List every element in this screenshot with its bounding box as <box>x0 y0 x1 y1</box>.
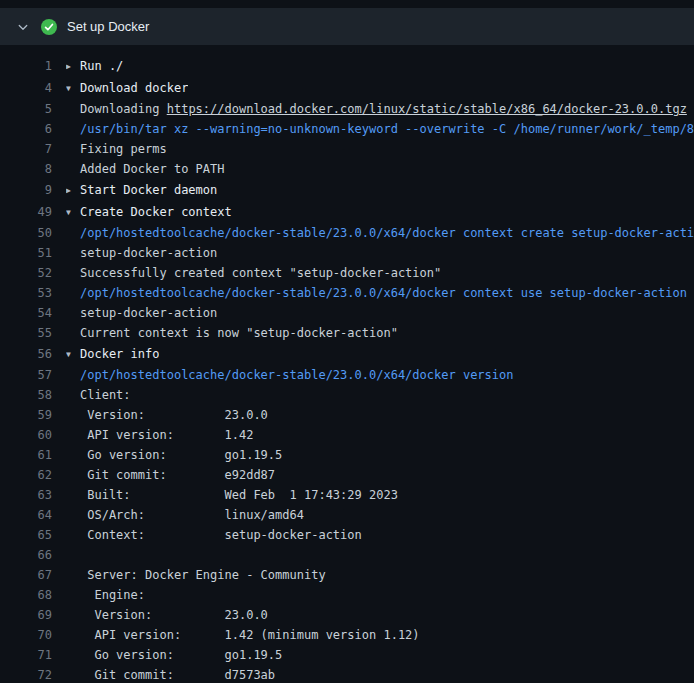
log-line: 68 Engine: <box>0 585 694 605</box>
log-group-toggle[interactable]: ▶Run ./ <box>66 59 123 73</box>
log-line: 55Current context is now "setup-docker-a… <box>0 323 694 343</box>
log-text: Context: setup-docker-action <box>66 528 362 542</box>
line-number[interactable]: 70 <box>0 628 66 642</box>
line-number[interactable]: 7 <box>0 142 66 156</box>
log-line: 58Client: <box>0 385 694 405</box>
log-line: 9▶Start Docker daemon <box>0 179 694 201</box>
log-text: Git commit: e92dd87 <box>66 468 275 482</box>
log-command-text: /usr/bin/tar xz --warning=no-unknown-key… <box>66 122 694 136</box>
log-line: 64 OS/Arch: linux/amd64 <box>0 505 694 525</box>
line-number[interactable]: 53 <box>0 286 66 300</box>
step-title: Set up Docker <box>67 19 149 34</box>
log-line: 63 Built: Wed Feb 1 17:43:29 2023 <box>0 485 694 505</box>
log-group-toggle[interactable]: ▼Create Docker context <box>66 205 232 219</box>
line-number[interactable]: 61 <box>0 448 66 462</box>
line-number[interactable]: 60 <box>0 428 66 442</box>
log-line: 67 Server: Docker Engine - Community <box>0 565 694 585</box>
log-text: API version: 1.42 <box>66 428 253 442</box>
line-number[interactable]: 71 <box>0 648 66 662</box>
line-number[interactable]: 56 <box>0 347 66 361</box>
log-text: API version: 1.42 (minimum version 1.12) <box>66 628 420 642</box>
chevron-down-icon[interactable] <box>15 19 31 35</box>
line-number[interactable]: 50 <box>0 226 66 240</box>
line-number[interactable]: 51 <box>0 246 66 260</box>
line-number[interactable]: 72 <box>0 668 66 682</box>
line-number[interactable]: 5 <box>0 102 66 116</box>
log-line: 5Downloading https://download.docker.com… <box>0 99 694 119</box>
log-command-text: /opt/hostedtoolcache/docker-stable/23.0.… <box>66 226 694 240</box>
line-number[interactable]: 6 <box>0 122 66 136</box>
line-number[interactable]: 8 <box>0 162 66 176</box>
log-group-toggle[interactable]: ▶Start Docker daemon <box>66 183 217 197</box>
triangle-down-icon[interactable]: ▼ <box>66 350 80 359</box>
log-line: 8Added Docker to PATH <box>0 159 694 179</box>
log-line: 51setup-docker-action <box>0 243 694 263</box>
log-text: Fixing perms <box>66 142 167 156</box>
triangle-down-icon[interactable]: ▼ <box>66 84 80 93</box>
log-command-text: /opt/hostedtoolcache/docker-stable/23.0.… <box>66 286 687 300</box>
line-number[interactable]: 58 <box>0 388 66 402</box>
triangle-right-icon[interactable]: ▶ <box>66 186 80 195</box>
log-line: 54setup-docker-action <box>0 303 694 323</box>
log-line: 65 Context: setup-docker-action <box>0 525 694 545</box>
log-text: Client: <box>66 388 131 402</box>
log-line: 50/opt/hostedtoolcache/docker-stable/23.… <box>0 223 694 243</box>
log-text: Go version: go1.19.5 <box>66 448 282 462</box>
log-line: 6/usr/bin/tar xz --warning=no-unknown-ke… <box>0 119 694 139</box>
log-link[interactable]: https://download.docker.com/linux/static… <box>167 102 687 116</box>
log-text <box>66 548 80 562</box>
line-number[interactable]: 49 <box>0 205 66 219</box>
log-group-toggle[interactable]: ▼Download docker <box>66 81 188 95</box>
line-number[interactable]: 66 <box>0 548 66 562</box>
line-number[interactable]: 1 <box>0 59 66 73</box>
line-number[interactable]: 4 <box>0 81 66 95</box>
log-text: Added Docker to PATH <box>66 162 225 176</box>
log-text: setup-docker-action <box>66 306 217 320</box>
log-text: Go version: go1.19.5 <box>66 648 282 662</box>
log-line: 62 Git commit: e92dd87 <box>0 465 694 485</box>
log-line: 66 <box>0 545 694 565</box>
log-line: 52Successfully created context "setup-do… <box>0 263 694 283</box>
log-line: 7Fixing perms <box>0 139 694 159</box>
success-check-icon <box>41 19 57 35</box>
line-number[interactable]: 67 <box>0 568 66 582</box>
line-number[interactable]: 9 <box>0 183 66 197</box>
triangle-right-icon[interactable]: ▶ <box>66 62 80 71</box>
line-number[interactable]: 64 <box>0 508 66 522</box>
line-number[interactable]: 65 <box>0 528 66 542</box>
log-text: setup-docker-action <box>66 246 217 260</box>
log-line: 59 Version: 23.0.0 <box>0 405 694 425</box>
log-line: 61 Go version: go1.19.5 <box>0 445 694 465</box>
line-number[interactable]: 62 <box>0 468 66 482</box>
log-line: 1▶Run ./ <box>0 55 694 77</box>
log-text: Server: Docker Engine - Community <box>66 568 326 582</box>
log-line: 69 Version: 23.0.0 <box>0 605 694 625</box>
line-number[interactable]: 68 <box>0 588 66 602</box>
log-line: 53/opt/hostedtoolcache/docker-stable/23.… <box>0 283 694 303</box>
line-number[interactable]: 63 <box>0 488 66 502</box>
log-line: 72 Git commit: d7573ab <box>0 665 694 683</box>
log-lines: 1▶Run ./4▼Download docker5Downloading ht… <box>0 45 694 683</box>
log-text: Git commit: d7573ab <box>66 668 275 682</box>
line-number[interactable]: 59 <box>0 408 66 422</box>
log-line: 57/opt/hostedtoolcache/docker-stable/23.… <box>0 365 694 385</box>
line-number[interactable]: 55 <box>0 326 66 340</box>
log-text: Current context is now "setup-docker-act… <box>66 326 398 340</box>
step-header[interactable]: Set up Docker <box>0 8 694 45</box>
triangle-down-icon[interactable]: ▼ <box>66 208 80 217</box>
log-text: Version: 23.0.0 <box>66 408 268 422</box>
line-number[interactable]: 69 <box>0 608 66 622</box>
line-number[interactable]: 54 <box>0 306 66 320</box>
log-line: 70 API version: 1.42 (minimum version 1.… <box>0 625 694 645</box>
log-line: 60 API version: 1.42 <box>0 425 694 445</box>
log-line: 71 Go version: go1.19.5 <box>0 645 694 665</box>
log-text: Built: Wed Feb 1 17:43:29 2023 <box>66 488 398 502</box>
log-command-text: /opt/hostedtoolcache/docker-stable/23.0.… <box>66 368 513 382</box>
log-text: Successfully created context "setup-dock… <box>66 266 441 280</box>
log-text: Version: 23.0.0 <box>66 608 268 622</box>
line-number[interactable]: 57 <box>0 368 66 382</box>
log-text: Downloading https://download.docker.com/… <box>66 102 687 116</box>
log-group-toggle[interactable]: ▼Docker info <box>66 347 159 361</box>
log-text: Engine: <box>66 588 145 602</box>
line-number[interactable]: 52 <box>0 266 66 280</box>
